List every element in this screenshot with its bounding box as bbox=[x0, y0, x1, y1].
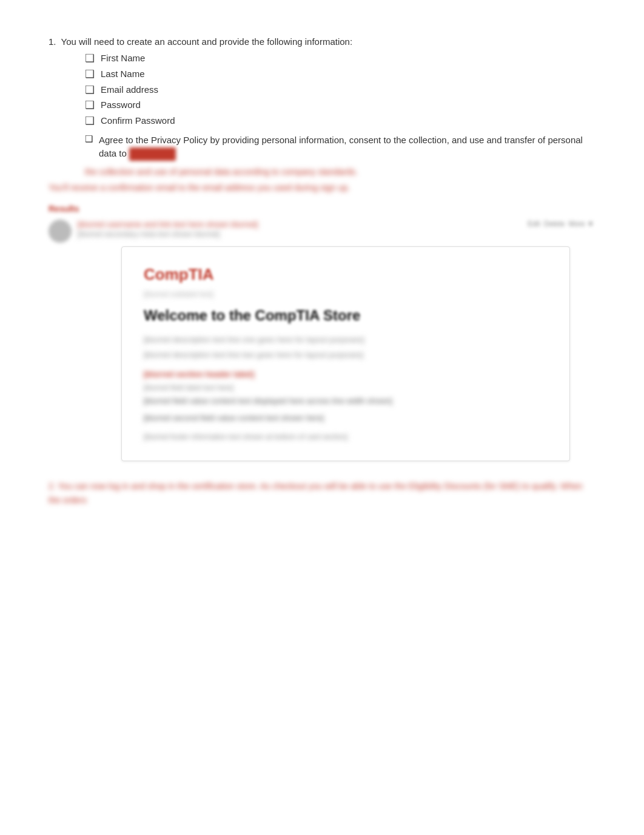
forum-sublabel: [blurred sublabel text] bbox=[144, 290, 548, 299]
forum-desc-2: [blurred description text line two goes … bbox=[144, 349, 548, 361]
forum-section-label: [blurred section header label] bbox=[144, 370, 548, 379]
privacy-link bbox=[129, 147, 176, 161]
step1-text: You will need to create an account and p… bbox=[61, 36, 353, 47]
privacy-subtext: the collection and use of personal data … bbox=[85, 167, 594, 177]
forum-logo: CompTIA bbox=[144, 265, 548, 284]
forum-desc-1: [blurred description text line one goes … bbox=[144, 334, 548, 346]
results-meta-line1: [blurred username and link text here sho… bbox=[78, 220, 522, 229]
privacy-item: ❑ Agree to the Privacy Policy by providi… bbox=[85, 134, 594, 161]
confirmation-text: You'll receive a confirmation email to t… bbox=[49, 181, 594, 194]
step1-number: 1. bbox=[49, 36, 56, 47]
bullet-password: ❑ bbox=[85, 100, 95, 112]
list-item-firstname: ❑ First Name bbox=[85, 53, 594, 65]
action-more: More ▼ bbox=[568, 220, 594, 228]
bullet-confirm-password: ❑ bbox=[85, 115, 95, 127]
lastname-label: Last Name bbox=[101, 69, 145, 79]
avatar bbox=[49, 220, 72, 243]
forum-field-value-2: [blurred second field value content text… bbox=[144, 413, 548, 424]
list-item-confirm-password: ❑ Confirm Password bbox=[85, 115, 594, 127]
action-delete: Delete bbox=[544, 220, 565, 228]
list-item-password: ❑ Password bbox=[85, 100, 594, 112]
bullet-privacy: ❑ bbox=[85, 134, 93, 144]
results-meta-line2: [blurred secondary meta text shown blurr… bbox=[78, 230, 522, 238]
step2-text: 2. You can now log in and shop in the ce… bbox=[49, 479, 594, 507]
step1-intro: 1. You will need to create an account an… bbox=[49, 36, 594, 47]
bullet-lastname: ❑ bbox=[85, 69, 95, 81]
forum-card: CompTIA [blurred sublabel text] Welcome … bbox=[121, 246, 570, 461]
forum-field-label-1: [blurred field label text here] bbox=[144, 384, 548, 392]
password-label: Password bbox=[101, 100, 141, 110]
bullet-firstname: ❑ bbox=[85, 53, 95, 65]
main-content: 1. You will need to create an account an… bbox=[49, 36, 594, 507]
results-row: [blurred username and link text here sho… bbox=[49, 220, 594, 243]
list-item-lastname: ❑ Last Name bbox=[85, 69, 594, 81]
email-label: Email address bbox=[101, 84, 158, 95]
bullet-email: ❑ bbox=[85, 84, 95, 96]
firstname-label: First Name bbox=[101, 53, 145, 63]
results-label: Results bbox=[49, 204, 594, 214]
results-actions: Edit Delete More ▼ bbox=[528, 220, 594, 228]
results-meta: [blurred username and link text here sho… bbox=[78, 220, 522, 238]
action-edit: Edit bbox=[528, 220, 540, 228]
forum-title: Welcome to the CompTIA Store bbox=[144, 307, 548, 324]
requirements-list: ❑ First Name ❑ Last Name ❑ Email address… bbox=[85, 53, 594, 127]
forum-field-value-1: [blurred field value content text displa… bbox=[144, 396, 548, 407]
list-item-email: ❑ Email address bbox=[85, 84, 594, 96]
privacy-text: Agree to the Privacy Policy by providing… bbox=[99, 134, 594, 161]
confirm-password-label: Confirm Password bbox=[101, 115, 175, 126]
forum-footer-text: [blurred footer information text shown a… bbox=[144, 432, 548, 442]
